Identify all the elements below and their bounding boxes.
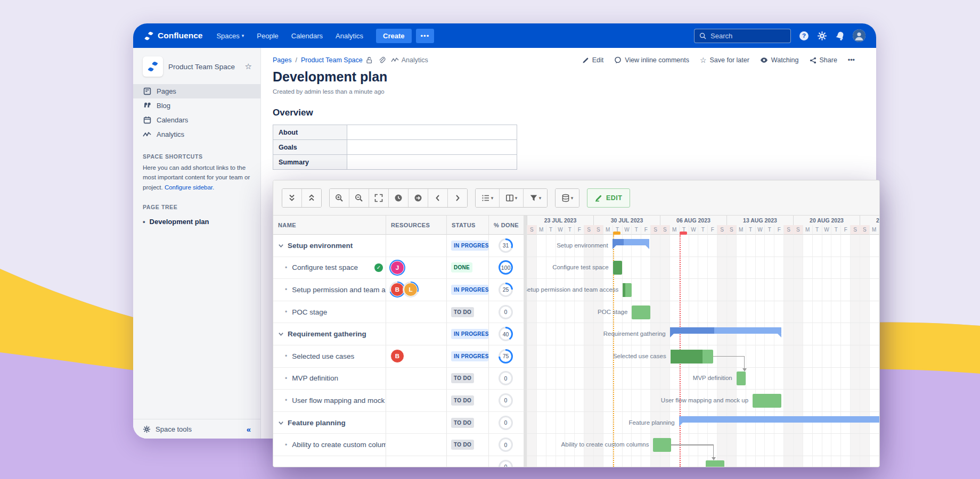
resources-cell[interactable]: J <box>386 257 447 279</box>
column-header-name[interactable]: NAME <box>273 216 386 235</box>
percent-done-cell[interactable]: 0 <box>489 412 524 434</box>
settings-gear-icon[interactable] <box>816 30 827 41</box>
task-list-button[interactable]: ▾ <box>476 189 499 207</box>
zoom-fit-button[interactable] <box>369 189 388 207</box>
search-input[interactable]: Search <box>694 29 791 43</box>
notifications-bell-icon[interactable] <box>835 30 845 41</box>
percent-done-cell[interactable]: 40 <box>489 323 524 345</box>
resources-cell[interactable] <box>386 390 447 412</box>
task-bar[interactable] <box>632 305 650 319</box>
configure-sidebar-link[interactable]: Configure sidebar. <box>165 184 214 191</box>
resources-cell[interactable] <box>386 412 447 434</box>
sidebar-item-blog[interactable]: Blog <box>133 98 260 113</box>
breadcrumb-tail[interactable]: Analytics <box>402 56 428 64</box>
goals-value-cell[interactable] <box>347 140 517 155</box>
help-icon[interactable]: ? <box>798 30 809 41</box>
column-header-done[interactable]: % DONE <box>489 216 524 235</box>
percent-done-cell[interactable]: 100 <box>489 257 524 279</box>
avatar[interactable]: J <box>389 260 405 276</box>
sidebar-item-pages[interactable]: Pages <box>133 84 260 98</box>
percent-done-cell[interactable]: 31 <box>489 235 524 257</box>
share-button[interactable]: Share <box>810 56 837 64</box>
task-name-cell[interactable]: Feature planning <box>273 412 386 434</box>
unlock-icon[interactable] <box>365 56 373 64</box>
page-tree-item[interactable]: • Development plan <box>133 213 260 230</box>
breadcrumb-link-pages[interactable]: Pages <box>273 56 291 64</box>
task-name-cell[interactable]: •Ability to create custom columns <box>273 434 386 456</box>
task-bar[interactable] <box>706 460 725 467</box>
sidebar-item-calendars[interactable]: Calendars <box>133 113 260 127</box>
confluence-brand[interactable]: Confluence <box>144 31 202 41</box>
expand-all-button[interactable] <box>282 189 301 207</box>
status-cell[interactable]: TO DO <box>447 390 489 412</box>
task-bar[interactable] <box>623 283 632 297</box>
task-name-cell[interactable]: •User flow mapping and mock up <box>273 390 386 412</box>
resources-cell[interactable]: B <box>386 345 447 368</box>
avatar[interactable]: L <box>403 282 419 298</box>
collapse-sidebar-button[interactable]: « <box>247 425 251 434</box>
summary-value-cell[interactable] <box>347 155 517 170</box>
analytics-icon[interactable] <box>391 57 399 63</box>
percent-done-cell[interactable]: 0 <box>489 390 524 412</box>
task-bar[interactable] <box>653 438 671 452</box>
star-icon[interactable]: ☆ <box>245 62 252 71</box>
edit-button[interactable]: EDIT <box>587 188 630 208</box>
watching-button[interactable]: Watching <box>760 56 799 64</box>
task-name-cell[interactable]: •Selected use cases <box>273 345 386 368</box>
about-value-cell[interactable] <box>347 125 517 140</box>
task-bar[interactable] <box>753 394 781 408</box>
status-cell[interactable]: TO DO <box>447 301 489 324</box>
task-name-cell[interactable] <box>273 456 386 467</box>
task-name-cell[interactable]: •Setup permission and team access <box>273 279 386 301</box>
task-name-cell[interactable]: •Configure test space✓ <box>273 257 386 279</box>
percent-done-cell[interactable]: 0 <box>489 434 524 456</box>
task-name-cell[interactable]: •POC stage <box>273 301 386 324</box>
status-cell[interactable]: IN PROGRESS <box>447 279 489 301</box>
nav-item-spaces[interactable]: Spaces▾ <box>216 32 244 40</box>
view-inline-comments-button[interactable]: View inline comments <box>614 56 689 64</box>
summary-bar[interactable] <box>612 239 650 245</box>
user-avatar[interactable] <box>853 29 865 42</box>
summary-bar[interactable] <box>679 416 879 423</box>
breadcrumb-link-space[interactable]: Product Team Space <box>301 56 363 64</box>
column-header-status[interactable]: STATUS <box>447 216 489 235</box>
resources-cell[interactable] <box>386 434 447 456</box>
percent-done-cell[interactable]: 75 <box>489 345 524 368</box>
column-header-resources[interactable]: RESOURCES <box>386 216 447 235</box>
clock-button[interactable] <box>388 189 408 207</box>
collapse-all-button[interactable] <box>301 189 321 207</box>
resources-cell[interactable] <box>386 368 447 390</box>
percent-done-cell[interactable]: 0 <box>489 301 524 324</box>
percent-done-cell[interactable]: 25 <box>489 279 524 301</box>
nav-item-people[interactable]: People <box>257 32 278 40</box>
task-name-cell[interactable]: •MVP definition <box>273 368 386 390</box>
zoom-in-button[interactable] <box>330 189 349 207</box>
chevron-left-button[interactable] <box>428 189 447 207</box>
avatar[interactable]: B <box>389 348 405 364</box>
chevron-down-icon[interactable] <box>278 331 284 337</box>
resources-cell[interactable] <box>386 301 447 324</box>
nav-item-calendars[interactable]: Calendars <box>291 32 323 40</box>
save-for-later-button[interactable]: ☆Save for later <box>700 56 749 64</box>
resources-cell[interactable]: BL <box>386 279 447 301</box>
task-name-cell[interactable]: Setup environment <box>273 235 386 257</box>
summary-bar[interactable] <box>670 327 781 334</box>
space-name[interactable]: Product Team Space <box>168 63 240 71</box>
chevron-down-icon[interactable] <box>278 420 284 426</box>
status-cell[interactable]: TO DO <box>447 368 489 390</box>
status-cell[interactable]: TO DO <box>447 434 489 456</box>
chevron-down-icon[interactable] <box>278 243 284 249</box>
nav-item-analytics[interactable]: Analytics <box>336 32 363 40</box>
create-button[interactable]: Create <box>376 29 411 43</box>
more-actions-button[interactable]: ••• <box>848 56 855 64</box>
percent-done-cell[interactable]: 0 <box>489 456 524 467</box>
space-logo-icon[interactable] <box>143 56 163 77</box>
attachment-paperclip-icon[interactable] <box>378 56 386 64</box>
resources-cell[interactable] <box>386 235 447 257</box>
jump-button[interactable] <box>408 189 428 207</box>
sidebar-item-analytics[interactable]: Analytics <box>133 127 260 142</box>
task-bar[interactable] <box>737 371 746 385</box>
columns-button[interactable]: ▾ <box>499 189 523 207</box>
status-cell[interactable] <box>447 456 489 467</box>
task-bar[interactable] <box>613 261 622 275</box>
